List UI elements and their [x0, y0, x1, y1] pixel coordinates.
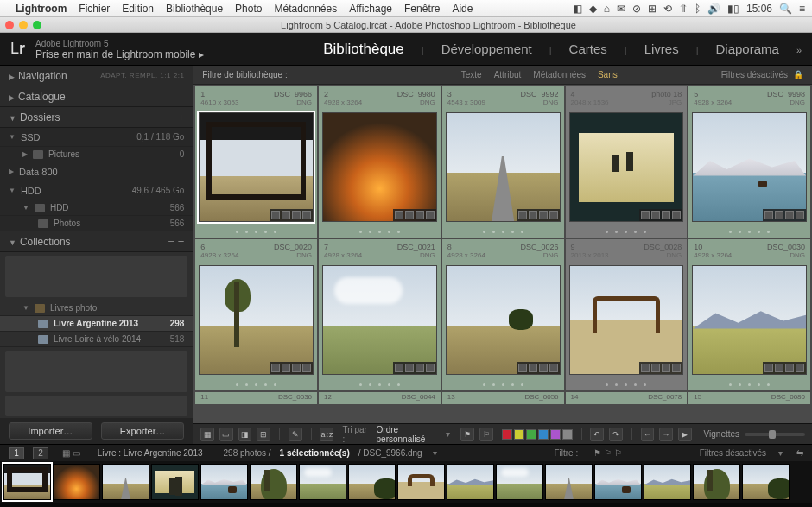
volume-data800[interactable]: ▶Data 800: [0, 162, 193, 181]
module-bibliotheque[interactable]: Bibliothèque: [323, 41, 404, 58]
filter-preset-small[interactable]: Filtres désactivés: [700, 448, 766, 458]
volume-ssd[interactable]: ▼SSD 0,1 / 118 Go: [0, 128, 193, 147]
nav-panel-opts[interactable]: ADAPT. REMPL. 1:1 2:1: [100, 72, 184, 79]
thumbnail-badges[interactable]: [517, 362, 560, 374]
module-more-icon[interactable]: »: [796, 45, 802, 55]
thumbnail-badges[interactable]: [393, 209, 436, 221]
icon-1[interactable]: ◧: [573, 3, 582, 15]
menu-photo[interactable]: Photo: [235, 3, 262, 15]
thumbnail[interactable]: [199, 265, 314, 375]
grid-cell[interactable]: 6DSC_00204928 x 3264DNG: [195, 239, 317, 390]
color-swatch[interactable]: [538, 429, 549, 440]
grid-cell[interactable]: 8DSC_00264928 x 3264DNG: [442, 239, 564, 390]
color-swatch[interactable]: [526, 429, 536, 440]
menu-metadonnees[interactable]: Métadonnées: [274, 3, 337, 15]
color-swatch[interactable]: [502, 429, 512, 440]
filmstrip-thumb[interactable]: [3, 464, 51, 500]
badge-icon[interactable]: [662, 364, 670, 372]
badge-icon[interactable]: [518, 364, 527, 372]
grid-cell[interactable]: 10DSC_00304928 x 3264DNG: [688, 239, 810, 390]
grid-cell[interactable]: 5DSC_99984928 x 3264DNG: [688, 86, 810, 238]
thumbnail[interactable]: [569, 112, 684, 222]
cell-rating[interactable]: [688, 225, 810, 238]
breadcrumb[interactable]: Livre : Livre Argentine 2013: [98, 448, 203, 458]
badge-icon[interactable]: [395, 364, 403, 372]
filter-sans[interactable]: Sans: [598, 70, 618, 79]
filmstrip-thumb[interactable]: [693, 464, 740, 500]
cell-rating[interactable]: [442, 378, 564, 390]
badge-icon[interactable]: [292, 211, 301, 219]
badge-icon[interactable]: [539, 364, 548, 372]
rotate-cw-icon[interactable]: ↷: [609, 428, 623, 441]
minimize-window-icon[interactable]: [19, 21, 28, 29]
menu-bibliotheque[interactable]: Bibliothèque: [166, 3, 223, 15]
menu-fenetre[interactable]: Fenêtre: [404, 3, 440, 15]
module-developpement[interactable]: Développement: [441, 41, 532, 56]
dossiers-panel-header[interactable]: ▼Dossiers +: [0, 107, 193, 128]
badge-icon[interactable]: [416, 211, 424, 219]
badge-icon[interactable]: [775, 364, 783, 372]
module-diaporama[interactable]: Diaporama: [716, 41, 779, 56]
badge-icon[interactable]: [426, 364, 435, 372]
collections-add-icon[interactable]: − +: [168, 235, 185, 248]
thumbnail-badges[interactable]: [517, 209, 560, 221]
filmstrip-thumb[interactable]: [348, 464, 396, 500]
badge-icon[interactable]: [271, 364, 280, 372]
filmstrip-thumb[interactable]: [397, 464, 445, 500]
menu-affichage[interactable]: Affichage: [349, 3, 392, 15]
icon-3[interactable]: ⌂: [604, 3, 610, 15]
filter-lock-icon[interactable]: 🔒: [793, 70, 803, 79]
badge-icon[interactable]: [641, 211, 650, 219]
volume-hdd[interactable]: ▼HDD 49,6 / 465 Go: [0, 181, 193, 200]
filter-texte[interactable]: Texte: [461, 70, 482, 79]
thumbnail[interactable]: [569, 265, 684, 375]
thumbnail-grid[interactable]: 1DSC_99664610 x 3053DNG2DSC_99804928 x 3…: [193, 85, 812, 423]
thumbnail-badges[interactable]: [639, 209, 682, 221]
module-livres[interactable]: Livres: [644, 41, 679, 56]
grid-cell[interactable]: 9DSC_00282013 x 2013DNG: [566, 239, 688, 390]
thumbnail[interactable]: [692, 265, 807, 375]
badge-icon[interactable]: [785, 211, 794, 219]
thumbnail[interactable]: [446, 112, 561, 222]
filmstrip-thumb[interactable]: [200, 464, 248, 500]
badge-icon[interactable]: [416, 364, 424, 372]
filmstrip[interactable]: [0, 461, 812, 503]
catalogue-panel-header[interactable]: ▶Catalogue: [0, 86, 193, 107]
cell-rating[interactable]: [195, 225, 317, 238]
icon-4[interactable]: ✉: [617, 3, 625, 15]
menu-app[interactable]: Lightroom: [16, 3, 67, 15]
survey-view-icon[interactable]: ⊞: [257, 428, 270, 441]
thumbnail-badges[interactable]: [270, 362, 313, 374]
grid-cell[interactable]: 7DSC_00214928 x 3264DNG: [319, 239, 441, 390]
cell-rating[interactable]: [688, 378, 810, 390]
badge-icon[interactable]: [549, 364, 558, 372]
flag-pick-icon[interactable]: ⚑: [460, 428, 474, 441]
grid-cell-stub[interactable]: 12DSC_0044: [319, 392, 441, 404]
grid-cell[interactable]: 2DSC_99804928 x 3264DNG: [319, 86, 441, 238]
filmstrip-thumb[interactable]: [594, 464, 642, 500]
grid-view-icon[interactable]: ▦: [200, 428, 214, 441]
thumbnail[interactable]: [322, 112, 437, 222]
badge-icon[interactable]: [764, 211, 773, 219]
grid-cell[interactable]: 4photo 182048 x 1536JPG: [566, 86, 688, 238]
badge-icon[interactable]: [641, 364, 650, 372]
filter-preset[interactable]: Filtres désactivés: [721, 70, 788, 79]
thumbnail-size-slider[interactable]: [745, 433, 805, 436]
badge-icon[interactable]: [672, 211, 681, 219]
screen-2-button[interactable]: 2: [33, 447, 48, 459]
dropdown-icon[interactable]: ▾: [778, 448, 783, 458]
cell-rating[interactable]: [566, 378, 688, 390]
play-icon[interactable]: ▶: [678, 428, 692, 441]
folder-pictures[interactable]: ▶ Pictures 0: [0, 147, 193, 162]
export-button[interactable]: Exporter…: [101, 422, 185, 440]
filmstrip-thumb[interactable]: [102, 464, 149, 500]
thumbnail[interactable]: [692, 112, 807, 222]
identity-subtitle[interactable]: Prise en main de Lightroom mobile ▸: [35, 49, 204, 60]
rotate-ccw-icon[interactable]: ↶: [590, 428, 604, 441]
badge-icon[interactable]: [796, 364, 804, 372]
dropdown-icon[interactable]: ▾: [446, 429, 450, 439]
grid-cell-stub[interactable]: 13DSC_0056: [442, 392, 564, 404]
cell-rating[interactable]: [442, 225, 564, 238]
folder-photos[interactable]: Photos 566: [0, 216, 193, 231]
thumbnail[interactable]: [322, 265, 437, 375]
